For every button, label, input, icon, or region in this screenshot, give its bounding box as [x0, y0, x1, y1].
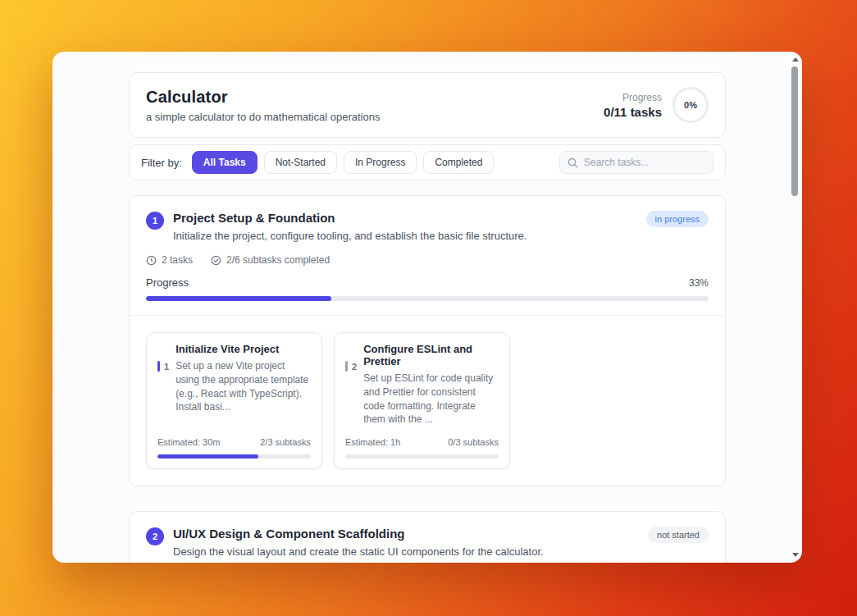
task-2-header: 2 UI/UX Design & Component Scaffolding D…: [130, 512, 725, 558]
task-2-number-badge: 2: [146, 527, 164, 545]
subtask-progress-bar: [345, 454, 499, 459]
task-title: UI/UX Design & Component Scaffolding: [173, 527, 639, 541]
check-circle-icon: [211, 255, 221, 266]
project-header-card: Calculator a simple calculator to do mat…: [129, 72, 726, 138]
search-box[interactable]: [559, 151, 713, 174]
task-1-subtasks: 1 Initialize Vite Project Set up a new V…: [130, 316, 725, 486]
subtask-count: 2/3 subtasks: [260, 437, 311, 447]
overall-progress-ring: 0%: [672, 87, 709, 123]
scrollbar[interactable]: [791, 55, 800, 559]
task-1-count: 2 tasks: [146, 254, 193, 266]
subtask-2-indicator: 2: [345, 361, 357, 372]
task-title: Project Setup & Foundation: [173, 211, 637, 225]
subtask-1-indicator: 1: [157, 361, 169, 372]
search-icon: [568, 157, 578, 168]
progress-bar: [146, 296, 709, 301]
subtask-card-1[interactable]: 1 Initialize Vite Project Set up a new V…: [146, 332, 322, 469]
clock-icon: [146, 255, 157, 266]
subtask-description: Set up ESLint for code quality and Prett…: [363, 372, 499, 427]
subtask-count: 0/3 subtasks: [448, 437, 499, 447]
task-card-2[interactable]: 2 UI/UX Design & Component Scaffolding D…: [129, 511, 726, 563]
subtask-description: Set up a new Vite project using the appr…: [176, 359, 311, 414]
overall-progress-text: Progress 0/11 tasks: [604, 92, 662, 119]
task-2-titles: UI/UX Design & Component Scaffolding Des…: [173, 527, 639, 558]
task-1-header: 1 Project Setup & Foundation Initialize …: [130, 196, 725, 242]
filter-button-in-progress[interactable]: In Progress: [344, 151, 417, 174]
progress-label: Progress: [146, 276, 189, 289]
task-1-progress: Progress 33%: [130, 266, 725, 301]
status-bar-icon: [157, 361, 160, 372]
task-1-titles: Project Setup & Foundation Initialize th…: [173, 211, 637, 242]
subtask-number: 2: [352, 362, 357, 372]
filter-bar: Filter by: All Tasks Not-Started In Prog…: [129, 144, 726, 180]
scroll-down-arrow-icon[interactable]: [792, 553, 799, 557]
subtask-estimate: Estimated: 30m: [157, 437, 220, 447]
status-badge: not started: [648, 527, 709, 543]
subtask-card-2[interactable]: 2 Configure ESLint and Prettier Set up E…: [334, 332, 510, 469]
progress-bar-fill: [146, 296, 331, 301]
task-count-label: 2 tasks: [162, 254, 193, 266]
filter-button-all-tasks[interactable]: All Tasks: [192, 151, 258, 174]
task-1-subtask-count: 2/6 subtasks completed: [211, 254, 330, 266]
task-description: Initialize the project, configure toolin…: [173, 230, 637, 242]
task-card-1[interactable]: 1 Project Setup & Foundation Initialize …: [129, 195, 726, 486]
scrollbar-thumb[interactable]: [791, 66, 798, 196]
overall-progress: Progress 0/11 tasks 0%: [604, 87, 709, 123]
filter-label: Filter by:: [141, 157, 182, 169]
task-1-number-badge: 1: [146, 212, 164, 230]
search-input[interactable]: [584, 157, 705, 168]
status-badge: in progress: [646, 211, 709, 227]
app-window: Calculator a simple calculator to do mat…: [52, 52, 802, 563]
subtask-title: Configure ESLint and Prettier: [363, 343, 499, 367]
task-description: Design the visual layout and create the …: [173, 545, 639, 558]
status-bar-icon: [345, 361, 348, 372]
filter-button-not-started[interactable]: Not-Started: [264, 151, 337, 174]
task-1-meta: 2 tasks 2/6 subtasks completed: [130, 242, 725, 266]
overall-progress-label: Progress: [604, 92, 662, 103]
subtask-title: Initialize Vite Project: [176, 343, 311, 355]
progress-percent: 33%: [689, 277, 709, 289]
main-content: Calculator a simple calculator to do mat…: [129, 52, 726, 563]
subtask-estimate: Estimated: 1h: [345, 437, 400, 447]
filter-button-completed[interactable]: Completed: [423, 151, 494, 174]
subtask-number: 1: [164, 362, 169, 372]
page-subtitle: a simple calculator to do mathematical o…: [146, 111, 380, 123]
task-2-meta: 2 tasks 0/6 subtasks completed: [130, 558, 725, 563]
subtask-count-label: 2/6 subtasks completed: [226, 254, 330, 266]
subtask-progress-bar: [157, 454, 311, 459]
overall-progress-count: 0/11 tasks: [604, 105, 662, 119]
project-header-text: Calculator a simple calculator to do mat…: [146, 88, 380, 123]
scroll-up-arrow-icon[interactable]: [792, 57, 799, 62]
page-title: Calculator: [146, 88, 380, 107]
subtask-progress-fill: [157, 454, 258, 459]
